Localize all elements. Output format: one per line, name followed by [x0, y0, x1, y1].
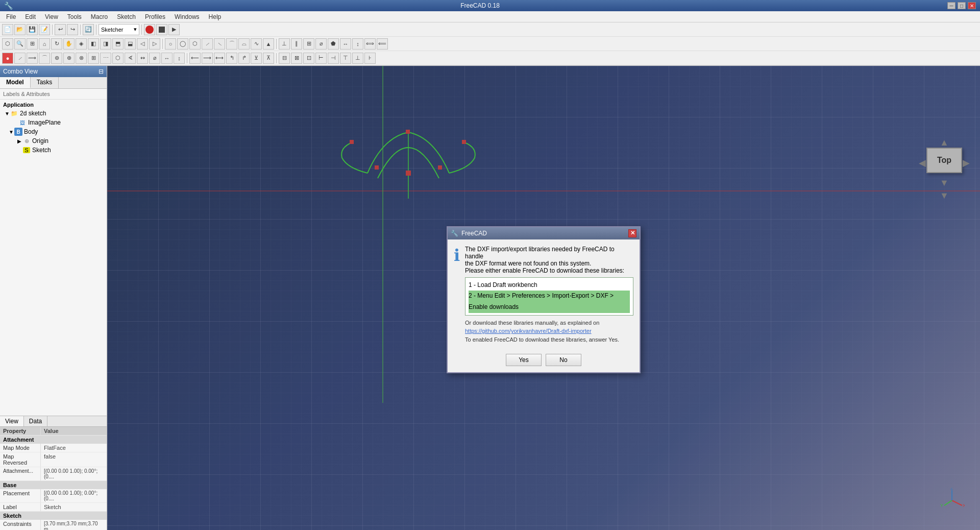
props-row-attachment[interactable]: Attachment... [(0.00 0.00 1.00); 0.00°; … [0, 467, 107, 481]
sketchtools-7[interactable]: ⌓ [238, 38, 250, 50]
sketch-tb-16[interactable]: ⟵ [189, 53, 201, 64]
sketch-tb-13[interactable]: ⌀ [149, 53, 160, 64]
tab-tasks[interactable]: Tasks [31, 77, 59, 88]
sketch-tb-5[interactable]: ⊛ [51, 53, 62, 64]
undo-button[interactable]: ↩ [55, 24, 66, 35]
sketch-tb-8[interactable]: ⊞ [88, 53, 99, 64]
open-file-button[interactable]: 📂 [14, 24, 26, 35]
sketch-tb-19[interactable]: ↰ [226, 53, 237, 64]
props-row-mapreversed[interactable]: Map Reversed false [0, 452, 107, 467]
menu-tools[interactable]: Tools [63, 12, 86, 21]
tab-view[interactable]: View [0, 416, 24, 426]
view-front-button[interactable]: ◧ [88, 38, 99, 50]
minimize-button[interactable]: ─ [947, 2, 955, 9]
sketch-tb-2[interactable]: ⟋ [14, 53, 26, 64]
sketch-tb-23[interactable]: ⊟ [279, 53, 290, 64]
constraint-6[interactable]: ↔ [340, 38, 351, 50]
tree-item-imageplane[interactable]: 🖼 ImagePlane [0, 118, 107, 127]
view-right-button[interactable]: ▷ [149, 38, 160, 50]
dialog-yes-button[interactable]: Yes [506, 354, 542, 366]
sketch-tb-7[interactable]: ⊗ [76, 53, 87, 64]
sketch-tb-20[interactable]: ↱ [238, 53, 250, 64]
menu-help[interactable]: Help [205, 12, 226, 21]
menu-macro[interactable]: Macro [87, 12, 112, 21]
constraint-5[interactable]: ⬟ [328, 38, 339, 50]
view-zoom-button[interactable]: 🔍 [14, 38, 26, 50]
sketch-tb-18[interactable]: ⟷ [214, 53, 225, 64]
tree-item-origin[interactable]: ▶ ⊕ Origin [0, 136, 107, 146]
sketchtools-1[interactable]: ○ [165, 38, 176, 50]
menu-profiles[interactable]: Profiles [141, 12, 169, 21]
sketch-tb-14[interactable]: ↔ [161, 53, 173, 64]
view-pan-button[interactable]: ✋ [63, 38, 75, 50]
tree-item-body[interactable]: ▼ B Body [0, 127, 107, 136]
save-as-button[interactable]: 📝 [39, 24, 50, 35]
constraint-8[interactable]: ⟺ [364, 38, 376, 50]
sketch-tb-12[interactable]: ↭ [137, 53, 148, 64]
sketchtools-6[interactable]: ⌒ [226, 38, 237, 50]
workbench-dropdown[interactable]: Sketcher ▾ [99, 24, 139, 35]
canvas-area[interactable]: ▲ ▼ ◀ ▶ Top ▼ X Y Z [107, 66, 980, 530]
sketch-tb-11[interactable]: ∢ [125, 53, 136, 64]
menu-windows[interactable]: Windows [170, 12, 204, 21]
dialog-close-button[interactable]: ✕ [628, 229, 636, 237]
sketchtools-4[interactable]: ⟋ [202, 38, 213, 50]
sketch-tb-21[interactable]: ⊻ [251, 53, 262, 64]
view-top-button[interactable]: ⬒ [112, 38, 124, 50]
constraint-2[interactable]: ∥ [291, 38, 302, 50]
sketch-tb-4[interactable]: ⌒ [39, 53, 50, 64]
macro-play-button[interactable]: ▶ [168, 24, 180, 35]
menu-edit[interactable]: Edit [21, 12, 40, 21]
constraint-7[interactable]: ↕ [352, 38, 363, 50]
sketch-tb-29[interactable]: ⊥ [352, 53, 363, 64]
close-window-button[interactable]: ✕ [968, 2, 976, 9]
redo-button[interactable]: ↪ [67, 24, 78, 35]
sketchtools-9[interactable]: ▲ [263, 38, 274, 50]
menu-sketch[interactable]: Sketch [113, 12, 140, 21]
sketch-tb-30[interactable]: ⊦ [364, 53, 376, 64]
constraint-9[interactable]: ⟸ [377, 38, 388, 50]
sketch-tb-25[interactable]: ⊡ [303, 53, 314, 64]
view-bottom-button[interactable]: ⬓ [125, 38, 136, 50]
menu-view[interactable]: View [41, 12, 62, 21]
menu-file[interactable]: File [2, 12, 20, 21]
props-row-placement[interactable]: Placement [(0.00 0.00 1.00); 0.00°; (0..… [0, 489, 107, 503]
sketchtools-5[interactable]: ⟍ [214, 38, 225, 50]
macro-stop-button[interactable] [156, 24, 167, 35]
sketchtools-2[interactable]: ◯ [177, 38, 188, 50]
constraint-1[interactable]: ⊥ [279, 38, 290, 50]
sketch-tb-26[interactable]: ⊢ [315, 53, 327, 64]
view-back-button[interactable]: ◨ [100, 38, 111, 50]
refresh-button[interactable]: 🔄 [83, 24, 94, 35]
view-home-button[interactable]: ⌂ [39, 38, 50, 50]
view-axo-button[interactable]: ◈ [76, 38, 87, 50]
sketchtools-3[interactable]: ⬡ [189, 38, 201, 50]
props-row-constraints[interactable]: Constraints [3.70 mm;3.70 mm;3.70 m... [0, 520, 107, 530]
tab-model[interactable]: Model [0, 77, 31, 88]
sketch-tb-1[interactable]: ● [2, 53, 13, 64]
sketch-tb-15[interactable]: ↕ [174, 53, 185, 64]
props-row-label[interactable]: Label Sketch [0, 503, 107, 512]
tab-data[interactable]: Data [24, 416, 47, 426]
constraint-4[interactable]: ⌀ [315, 38, 327, 50]
sketch-tb-28[interactable]: ⊤ [340, 53, 351, 64]
view-left-button[interactable]: ◁ [137, 38, 148, 50]
macro-record-button[interactable] [144, 24, 155, 35]
view-fit-button[interactable]: ⊞ [27, 38, 38, 50]
sketchtools-8[interactable]: ∿ [251, 38, 262, 50]
sketch-tb-3[interactable]: ⟿ [27, 53, 38, 64]
maximize-button[interactable]: □ [958, 2, 966, 9]
props-row-mapmode[interactable]: Map Mode FlatFace [0, 444, 107, 452]
view-3d-button[interactable]: ⬡ [2, 38, 13, 50]
sketch-tb-27[interactable]: ⊣ [328, 53, 339, 64]
tree-item-sketch[interactable]: S Sketch [0, 146, 107, 155]
dialog-no-button[interactable]: No [546, 354, 581, 366]
sketch-tb-24[interactable]: ⊠ [291, 53, 302, 64]
sketch-tb-9[interactable]: ⋯ [100, 53, 111, 64]
sketch-tb-17[interactable]: ⟶ [202, 53, 213, 64]
save-button[interactable]: 💾 [27, 24, 38, 35]
sketch-tb-22[interactable]: ⊼ [263, 53, 274, 64]
new-file-button[interactable]: 📄 [2, 24, 13, 35]
tree-item-2dsketch[interactable]: ▼ 📁 2d sketch [0, 109, 107, 118]
constraint-3[interactable]: ⊞ [303, 38, 314, 50]
